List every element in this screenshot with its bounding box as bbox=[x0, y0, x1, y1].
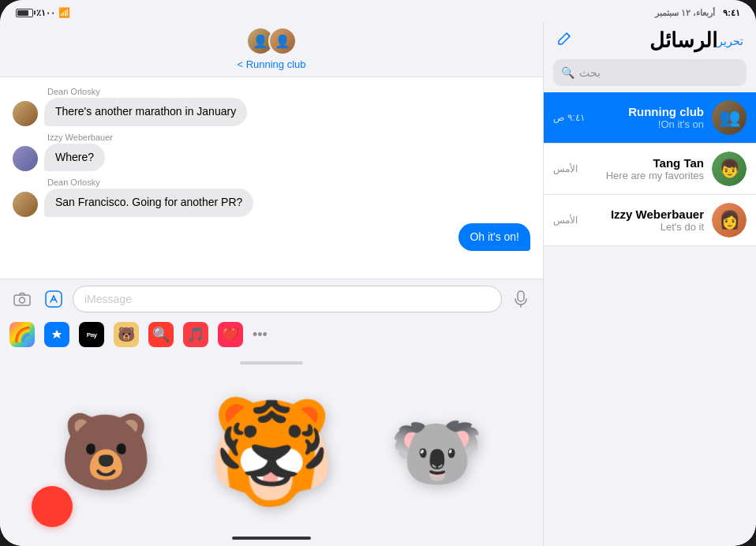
input-row: iMessage bbox=[9, 286, 533, 312]
status-time: ٩:٤١ bbox=[723, 8, 740, 18]
svg-point-1 bbox=[20, 297, 25, 303]
conversation-list: ٩:٤١ ص Running club On it's on! 👥 bbox=[544, 92, 756, 546]
status-left: ٪١٠٠ 📶 bbox=[16, 7, 70, 18]
bubble-2: Where? bbox=[44, 144, 105, 172]
conv-content-2: Izzy Weberbauer Let's do it bbox=[586, 208, 704, 233]
battery-icon bbox=[16, 9, 33, 17]
conv-preview-0: On it's on! bbox=[593, 118, 704, 130]
sidebar-header: الرسائل تحرير bbox=[544, 22, 756, 59]
input-placeholder: iMessage bbox=[84, 293, 132, 305]
wifi-icon: 📶 bbox=[58, 7, 70, 18]
svg-rect-3 bbox=[518, 291, 524, 301]
message-group-3: Dean Orlosky San Francisco. Going for an… bbox=[13, 178, 530, 217]
bear-animoji[interactable]: 🐻 bbox=[59, 414, 153, 489]
conversation-panel: 👤 👤 < Running club Dean Orlosky There's … bbox=[0, 22, 543, 546]
music-icon[interactable]: 🎵 bbox=[183, 322, 208, 347]
appstore-button[interactable] bbox=[41, 286, 66, 312]
conv-preview-1: Here are my favorites bbox=[586, 170, 704, 181]
message-group-4: Oh it's on! bbox=[13, 223, 530, 252]
message-row-3: San Francisco. Going for another PR? bbox=[13, 189, 530, 217]
conv-preview-2: Let's do it bbox=[586, 221, 704, 233]
input-area: iMessage 🌈 bbox=[0, 279, 543, 357]
avatar-2: 👤 bbox=[268, 27, 297, 55]
edit-button[interactable]: تحرير bbox=[717, 35, 743, 47]
compose-button[interactable] bbox=[556, 31, 572, 50]
search-bar[interactable]: 🔍 بحث bbox=[553, 59, 747, 86]
conv-name-0: Running club bbox=[593, 105, 704, 118]
conv-content-0: Running club On it's on! bbox=[593, 105, 704, 130]
mic-button[interactable] bbox=[508, 286, 533, 312]
bubble-3: San Francisco. Going for another PR? bbox=[44, 189, 253, 217]
avatar-izzy: 👩 bbox=[712, 203, 747, 237]
conversation-title[interactable]: < Running club bbox=[237, 58, 305, 70]
bubble-1: There's another marathon in January bbox=[44, 98, 247, 126]
conv-name-1: Tang Tan bbox=[586, 156, 704, 170]
svg-rect-0 bbox=[14, 295, 30, 305]
status-date: أربعاء، ١٢ سبتمبر bbox=[655, 8, 715, 18]
conv-item-2[interactable]: الأمس Izzy Weberbauer Let's do it 👩 bbox=[544, 195, 756, 246]
applepay-label: Pay bbox=[87, 331, 97, 338]
conversation-header: 👤 👤 < Running club bbox=[0, 22, 543, 77]
camera-button[interactable] bbox=[9, 286, 35, 312]
avatar-tang: 👦 bbox=[712, 151, 747, 186]
message-row-2: Where? bbox=[13, 144, 530, 172]
koala-animoji[interactable]: 🐨 bbox=[390, 414, 484, 489]
memoji-icon[interactable]: 🐻 bbox=[114, 322, 139, 347]
msg-avatar-1 bbox=[13, 101, 38, 126]
heart-icon[interactable]: ❤️ bbox=[218, 322, 243, 347]
message-row-4: Oh it's on! bbox=[13, 223, 530, 252]
status-bar: ٪١٠٠ 📶 ٩:٤١ أربعاء، ١٢ سبتمبر bbox=[0, 0, 756, 22]
bubble-4: Oh it's on! bbox=[458, 223, 530, 252]
conv-item-1[interactable]: الأمس Tang Tan Here are my favorites 👦 bbox=[544, 144, 756, 195]
device-frame: ٪١٠٠ 📶 ٩:٤١ أربعاء، ١٢ سبتمبر 👤 👤 < Run bbox=[0, 0, 756, 546]
msg-avatar-2 bbox=[13, 146, 38, 171]
conv-content-1: Tang Tan Here are my favorites bbox=[586, 156, 704, 181]
conv-avatar-2: 👩 bbox=[712, 203, 747, 237]
animoji-divider bbox=[240, 361, 303, 365]
search-placeholder: بحث bbox=[579, 66, 601, 79]
animoji-area: 🐻 🐯 🐨 bbox=[0, 357, 543, 546]
main-content: 👤 👤 < Running club Dean Orlosky There's … bbox=[0, 22, 756, 546]
record-button[interactable] bbox=[32, 486, 73, 527]
status-right: ٩:٤١ أربعاء، ١٢ سبتمبر bbox=[655, 8, 740, 18]
conv-time-0: ٩:٤١ ص bbox=[553, 112, 585, 123]
sender-label-3: Dean Orlosky bbox=[47, 178, 530, 187]
sidebar: الرسائل تحرير 🔍 بحث ٩:٤١ ص Running club … bbox=[543, 22, 756, 546]
conv-time-1: الأمس bbox=[553, 163, 578, 174]
search-circle-icon[interactable]: 🔍 bbox=[148, 322, 174, 347]
more-button[interactable]: ••• bbox=[253, 327, 268, 343]
conv-meta-0: ٩:٤١ ص bbox=[553, 112, 585, 123]
conv-meta-2: الأمس bbox=[553, 215, 578, 226]
svg-rect-2 bbox=[46, 291, 62, 307]
sidebar-title: الرسائل bbox=[572, 28, 717, 53]
conv-avatar-0: 👥 bbox=[712, 100, 747, 135]
message-row-1: There's another marathon in January bbox=[13, 98, 530, 126]
message-group-1: Dean Orlosky There's another marathon in… bbox=[13, 87, 530, 126]
avatar-running: 👥 bbox=[712, 100, 747, 135]
appstore-app-icon[interactable] bbox=[44, 322, 69, 347]
tiger-animoji[interactable]: 🐯 bbox=[208, 400, 335, 503]
message-group-2: Izzy Weberbauer Where? bbox=[13, 133, 530, 172]
apps-row: 🌈 Pay 🐻 🔍 🎵 ❤️ ••• bbox=[9, 319, 533, 350]
conv-item-0[interactable]: ٩:٤١ ص Running club On it's on! 👥 bbox=[544, 92, 756, 144]
conv-name-2: Izzy Weberbauer bbox=[586, 208, 704, 221]
battery-percent: ٪١٠٠ bbox=[36, 8, 55, 18]
home-indicator bbox=[232, 537, 311, 540]
msg-avatar-3 bbox=[13, 192, 38, 217]
conv-avatar-1: 👦 bbox=[712, 151, 747, 186]
photos-app-icon[interactable]: 🌈 bbox=[9, 322, 35, 347]
group-avatars: 👤 👤 bbox=[249, 27, 294, 55]
search-icon: 🔍 bbox=[561, 66, 574, 79]
conv-time-2: الأمس bbox=[553, 215, 578, 226]
conv-meta-1: الأمس bbox=[553, 163, 578, 174]
messages-area: Dean Orlosky There's another marathon in… bbox=[0, 77, 543, 279]
applepay-icon[interactable]: Pay bbox=[79, 322, 104, 347]
sidebar-actions bbox=[556, 31, 572, 50]
message-input[interactable]: iMessage bbox=[73, 286, 502, 312]
sender-label-1: Dean Orlosky bbox=[47, 87, 530, 96]
sender-label-2: Izzy Weberbauer bbox=[47, 133, 530, 142]
